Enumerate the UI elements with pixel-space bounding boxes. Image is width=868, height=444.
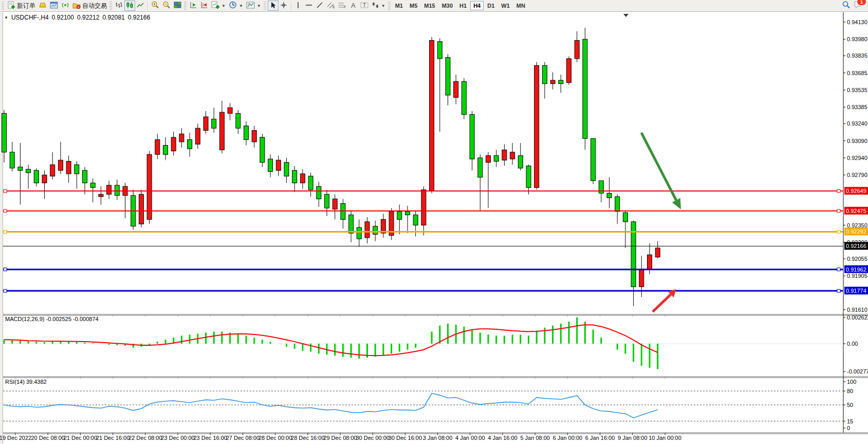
candle-body (648, 255, 652, 270)
chart-menu-dropdown-icon[interactable]: ▼ (4, 15, 8, 20)
candle-body (252, 131, 256, 142)
zoom-in-button[interactable] (150, 1, 161, 11)
toolbar-separator (147, 2, 148, 10)
periods-button[interactable]: ▼ (227, 1, 245, 11)
vertical-line-tool-button[interactable] (293, 1, 304, 11)
bar-chart-mode-button[interactable] (114, 1, 124, 11)
line-drag-handle[interactable] (837, 209, 840, 212)
up-reversal-arrow[interactable] (653, 289, 676, 312)
candle-body (397, 211, 402, 220)
toolbar-grip[interactable] (388, 2, 391, 10)
trendline-icon (316, 2, 323, 10)
tab-timeframe-m15[interactable]: M15 (421, 1, 438, 10)
line-drag-handle[interactable] (837, 230, 840, 233)
chart-canvas[interactable]: 0.941300.939800.938350.936850.935350.933… (0, 0, 868, 444)
candle-body (155, 139, 160, 154)
candlestick-icon (126, 2, 134, 10)
tab-timeframe-h4[interactable]: H4 (470, 1, 484, 10)
line-drag-handle[interactable] (4, 230, 7, 233)
tab-timeframe-m5[interactable]: M5 (407, 1, 420, 10)
arrows-tool-button[interactable]: ▼ (370, 1, 387, 11)
price-badge-label: 0.92475 (846, 208, 866, 214)
candle-body (550, 80, 555, 84)
down-trend-arrow[interactable] (641, 133, 681, 209)
price-axis-label: 0.92055 (847, 256, 867, 262)
step-back-button[interactable] (199, 1, 210, 11)
ohlc-low: 0.92081 (102, 14, 124, 21)
macd-axis-label: 0.002622 (847, 314, 868, 321)
line-drag-handle[interactable] (837, 189, 840, 192)
fibonacci-tool-button[interactable]: F (337, 1, 348, 11)
candle-body (349, 215, 354, 233)
line-drag-handle[interactable] (4, 289, 7, 292)
step-forward-button[interactable] (188, 1, 199, 11)
trendline-tool-button[interactable] (315, 1, 325, 11)
candle-body (510, 152, 515, 159)
equidistant-channel-tool-button[interactable]: E (325, 1, 337, 11)
time-axis-label: 30 Dec 16:00 (389, 435, 422, 441)
toolbar-separator (291, 2, 291, 10)
chart-shift-marker[interactable] (623, 14, 629, 17)
price-axis-label: 0.93835 (847, 52, 867, 59)
line-drag-handle[interactable] (4, 268, 7, 271)
toolbar-grip[interactable] (2, 2, 4, 10)
text-label-tool-button[interactable]: T (359, 1, 370, 11)
zoom-out-button[interactable] (161, 1, 172, 11)
toolbar-grip[interactable] (109, 2, 112, 10)
chart-title-bar: ▼ USDCHF-,H4 0.92100 0.92212 0.92081 0.9… (4, 14, 150, 21)
price-axis-label: 0.93385 (847, 104, 867, 110)
tab-timeframe-w1[interactable]: W1 (498, 1, 513, 10)
candle-body (26, 169, 31, 173)
toolbar-grip[interactable] (264, 2, 266, 10)
line-drag-handle[interactable] (837, 289, 840, 292)
price-axis-label: 0.93240 (847, 120, 867, 127)
line-drag-handle[interactable] (4, 189, 7, 192)
candle-body (212, 119, 216, 128)
price-badge-label: 0.91962 (846, 267, 866, 273)
candle-body (260, 137, 265, 163)
candle-body (413, 215, 418, 225)
tab-timeframe-m30[interactable]: M30 (439, 1, 456, 10)
price-axis-label: 0.91610 (847, 307, 867, 313)
horizontal-line-icon (305, 2, 312, 10)
line-drag-handle[interactable] (4, 209, 7, 212)
text-tool-button[interactable]: A (348, 1, 359, 11)
chart-window-button[interactable] (48, 1, 60, 11)
gold-bar-icon (39, 2, 47, 10)
new-order-button[interactable]: 新订单 (6, 1, 37, 11)
price-axis-label: 0.93685 (847, 70, 867, 76)
line-drag-handle[interactable] (837, 268, 840, 271)
time-axis-label: 10 Jan 00:00 (649, 435, 681, 441)
dropdown-caret-icon: ▼ (257, 4, 261, 8)
add-indicator-button[interactable]: ▼ (210, 1, 227, 11)
search-icon[interactable] (842, 1, 851, 11)
candle-body (421, 190, 426, 225)
crosshair-tool-button[interactable] (279, 1, 289, 11)
time-axis-label: 6 Jan 16:00 (585, 435, 615, 441)
tab-timeframe-h1[interactable]: H1 (456, 1, 470, 10)
autotrading-button[interactable]: 自动交易 (71, 1, 108, 11)
tab-timeframe-m1[interactable]: M1 (392, 1, 406, 10)
templates-button[interactable]: ▼ (245, 1, 263, 11)
cursor-tool-button[interactable] (268, 1, 279, 11)
gold-button[interactable] (37, 1, 48, 11)
mt4-terminal: { "toolbar": { "new_order_label": "新订单",… (0, 0, 868, 444)
tile-windows-button[interactable] (172, 1, 183, 11)
time-axis-label: 3 Jan 08:00 (423, 435, 453, 441)
notifications-button[interactable]: 1 (854, 1, 863, 11)
candlestick-mode-button[interactable] (124, 1, 135, 11)
candle-body (333, 199, 337, 209)
autotrading-icon (72, 2, 81, 10)
svg-text:T: T (363, 3, 366, 8)
tab-timeframe-d1[interactable]: D1 (484, 1, 497, 10)
arrows-icon (372, 2, 379, 10)
horizontal-line-tool-button[interactable] (304, 1, 315, 11)
candle-body (195, 128, 200, 144)
line-chart-mode-button[interactable] (135, 1, 146, 11)
signals-button[interactable] (60, 1, 71, 11)
candle-body (50, 165, 55, 176)
candle-body (502, 150, 507, 160)
candle-body (373, 226, 378, 235)
tab-timeframe-mn[interactable]: MN (513, 1, 528, 10)
toolbar-grip[interactable] (184, 2, 187, 10)
